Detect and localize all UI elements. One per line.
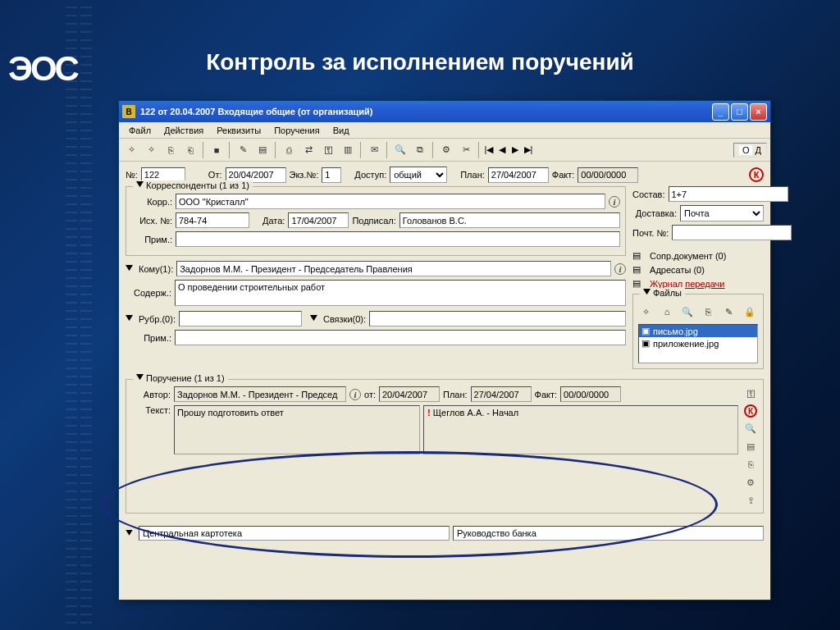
edit-icon[interactable]: ✎: [234, 141, 252, 159]
nav-prev-icon[interactable]: ◀: [496, 144, 508, 156]
komu-input[interactable]: [176, 261, 611, 276]
delivery-label: Доставка:: [632, 208, 677, 218]
korr-date-label: Дата:: [262, 216, 285, 226]
doc-icon[interactable]: ▤: [253, 141, 272, 159]
auto-icon[interactable]: ⚙: [437, 141, 455, 159]
order-legend: Поручение (1 из 1): [146, 373, 225, 383]
caret-icon[interactable]: [126, 530, 133, 537]
file-paste-icon[interactable]: ⎘: [701, 303, 716, 321]
text-label: Текст:: [131, 405, 171, 415]
signed-input[interactable]: [399, 212, 620, 228]
out-input[interactable]: [176, 212, 249, 228]
nav-last-icon[interactable]: ▶|: [523, 144, 534, 156]
korr-input[interactable]: [176, 194, 605, 209]
info-icon[interactable]: i: [349, 389, 361, 400]
new-icon[interactable]: ✧: [122, 141, 140, 159]
rubr-input[interactable]: [179, 311, 302, 326]
file-view-icon[interactable]: 🔍: [680, 303, 696, 321]
fact-input[interactable]: [578, 167, 638, 183]
file-lock-icon[interactable]: 🔒: [742, 303, 758, 321]
file-edit-icon[interactable]: ✎: [721, 303, 737, 321]
cabinet-icon[interactable]: ⧉: [411, 141, 429, 159]
clipboard-icon[interactable]: ⎘: [743, 457, 758, 472]
file-list[interactable]: ▣письмо.jpg ▣приложение.jpg: [638, 324, 758, 363]
sod-label: Содерж.:: [126, 288, 171, 298]
nav-next-icon[interactable]: ▶: [509, 144, 521, 156]
author-input[interactable]: [174, 386, 346, 402]
rubr-note-input[interactable]: [175, 330, 626, 345]
new2-icon[interactable]: ✧: [142, 141, 160, 159]
order-fact-label: Факт:: [535, 390, 558, 399]
od-toggle[interactable]: О Д: [733, 143, 767, 158]
order-plan-label: План:: [443, 390, 468, 399]
korr-date-input[interactable]: [288, 212, 349, 228]
sv-input[interactable]: [369, 311, 626, 326]
order-from-label: от:: [364, 390, 376, 399]
order-side-icons: ⚿ К 🔍 ▤ ⎘ ⚙ ⇪: [743, 386, 758, 508]
image-icon: ▣: [641, 326, 650, 336]
sostav-input[interactable]: [669, 186, 788, 202]
order-from-input[interactable]: [379, 386, 440, 402]
ex-input[interactable]: [322, 167, 341, 183]
close-button[interactable]: ×: [750, 103, 767, 121]
korr-note-input[interactable]: [176, 231, 620, 247]
file-item[interactable]: ▣приложение.jpg: [639, 337, 757, 349]
footer-right[interactable]: Руководство банка: [453, 526, 764, 541]
menu-file[interactable]: Файл: [122, 124, 158, 137]
info-icon[interactable]: i: [614, 263, 626, 275]
file-item[interactable]: ▣письмо.jpg: [639, 325, 757, 337]
file-scan-icon[interactable]: ⌂: [659, 303, 674, 321]
order-plan-input[interactable]: [471, 386, 532, 402]
export-icon[interactable]: ⇪: [743, 493, 758, 508]
caret-icon[interactable]: [643, 289, 651, 296]
search-icon[interactable]: 🔍: [391, 141, 409, 159]
barcode-icon[interactable]: ▥: [339, 141, 357, 159]
caret-icon[interactable]: [126, 265, 133, 272]
postnum-input[interactable]: [672, 225, 792, 240]
mail-icon[interactable]: ✉: [365, 141, 383, 159]
order-fact-input[interactable]: [560, 386, 621, 402]
executors-box[interactable]: ! Щеглов А.А. - Начал: [423, 405, 738, 454]
sod-textarea[interactable]: [175, 280, 626, 306]
control-k-icon[interactable]: К: [749, 167, 764, 182]
adr-link[interactable]: ▤ Адресаты (0): [632, 264, 764, 275]
control-k-icon[interactable]: К: [744, 404, 757, 418]
print-icon[interactable]: ⎙: [280, 141, 298, 159]
file-add-icon[interactable]: ✧: [638, 303, 654, 321]
stamp-icon[interactable]: ⚿: [319, 141, 337, 159]
doc-icon[interactable]: ▤: [743, 439, 758, 454]
caret-icon[interactable]: [126, 315, 133, 322]
korr-note-label: Прим.:: [131, 235, 172, 244]
menu-orders[interactable]: Поручения: [267, 124, 326, 137]
delivery-select[interactable]: Почта: [680, 205, 764, 221]
caret-icon[interactable]: [310, 315, 317, 322]
menu-view[interactable]: Вид: [326, 124, 356, 137]
sostav-label: Состав:: [632, 189, 665, 199]
stop-icon[interactable]: ■: [208, 141, 226, 159]
stamp-icon[interactable]: ⚿: [743, 386, 758, 401]
footer-left[interactable]: Центральная картотека: [139, 526, 450, 541]
fact-label: Факт:: [552, 170, 575, 180]
copy-icon[interactable]: ⎘: [162, 141, 180, 159]
plan-input[interactable]: [488, 167, 549, 183]
rubr-label: Рубр.(0):: [139, 314, 176, 324]
menu-props[interactable]: Реквизиты: [210, 124, 267, 137]
magnify-icon[interactable]: 🔍: [743, 421, 758, 436]
links-icon[interactable]: ⇄: [299, 141, 317, 159]
slide-title: Контроль за исполнением поручений: [0, 49, 840, 75]
caret-icon[interactable]: [136, 374, 144, 381]
scissors-icon[interactable]: ✂: [457, 141, 475, 159]
paste-icon[interactable]: ⎗: [181, 141, 199, 159]
order-text[interactable]: [174, 405, 420, 454]
tool-icon[interactable]: ⚙: [743, 475, 758, 490]
menubar: Файл Действия Реквизиты Поручения Вид: [119, 122, 770, 139]
minimize-button[interactable]: _: [712, 103, 729, 121]
maximize-button[interactable]: □: [731, 103, 748, 121]
info-icon[interactable]: i: [609, 196, 620, 208]
caret-icon[interactable]: [136, 181, 144, 189]
access-select[interactable]: общий: [390, 167, 447, 183]
sopr-link[interactable]: ▤ Сопр.документ (0): [632, 250, 764, 261]
menu-actions[interactable]: Действия: [158, 124, 210, 137]
order-group: Поручение (1 из 1) Автор: i от: План: Фа…: [126, 379, 764, 514]
nav-first-icon[interactable]: |◀: [483, 144, 495, 156]
